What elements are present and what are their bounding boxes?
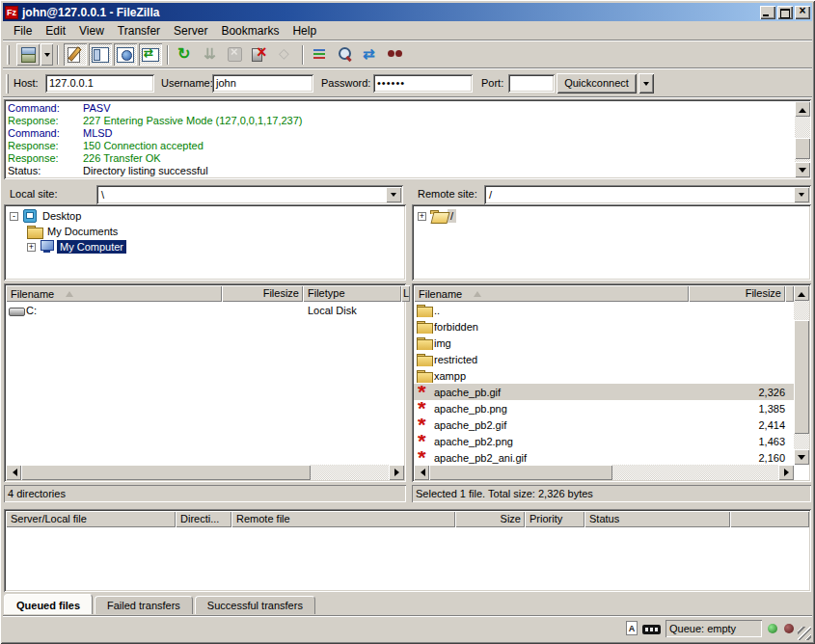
file-name: apache_pb.gif bbox=[434, 387, 501, 398]
synchronized-browsing-button[interactable] bbox=[359, 43, 382, 66]
file-row[interactable]: xampp bbox=[414, 367, 794, 384]
queue-rows[interactable] bbox=[6, 527, 809, 590]
maximize-button[interactable] bbox=[777, 6, 793, 19]
toggle-message-log-button[interactable] bbox=[64, 43, 87, 66]
remote-file-rows[interactable]: .. forbidden img restricted bbox=[414, 302, 794, 465]
scroll-left-button[interactable] bbox=[414, 465, 429, 480]
menu-item[interactable]: File bbox=[7, 23, 39, 39]
tree-item[interactable]: My Documents bbox=[4, 224, 406, 239]
tree-item-label[interactable]: My Documents bbox=[44, 225, 121, 238]
column-header[interactable]: L bbox=[401, 285, 410, 302]
menu-item[interactable]: Bookmarks bbox=[214, 23, 285, 39]
file-row[interactable]: apache_pb2.png 1,463 bbox=[414, 433, 794, 449]
toolbar-gripper[interactable] bbox=[7, 45, 10, 65]
column-header[interactable]: Priority bbox=[525, 511, 584, 527]
queue-tab[interactable]: Queued files bbox=[4, 594, 93, 614]
column-header[interactable]: Filesize bbox=[689, 285, 785, 302]
scroll-right-button[interactable] bbox=[389, 465, 404, 480]
scroll-up-button[interactable] bbox=[794, 285, 809, 301]
site-manager-button[interactable] bbox=[16, 43, 40, 66]
menu-item[interactable]: View bbox=[72, 23, 111, 39]
tree-item[interactable]: + My Computer bbox=[4, 239, 406, 255]
queue-tab[interactable]: Failed transfers bbox=[95, 596, 193, 614]
remote-site-combo[interactable]: / bbox=[484, 185, 811, 204]
menu-item[interactable]: Edit bbox=[39, 23, 72, 39]
scroll-down-button[interactable] bbox=[794, 449, 809, 465]
quickconnect-dropdown[interactable] bbox=[638, 73, 654, 94]
filter-button[interactable] bbox=[309, 43, 332, 66]
menu-item[interactable]: Help bbox=[285, 23, 323, 39]
column-header[interactable]: Filename bbox=[6, 285, 222, 302]
scroll-up-button[interactable] bbox=[795, 101, 810, 117]
toggle-transfer-queue-button[interactable] bbox=[139, 43, 162, 66]
password-input[interactable]: •••••• bbox=[373, 74, 473, 93]
directory-comparison-button[interactable] bbox=[334, 43, 357, 66]
toggle-local-tree-button[interactable] bbox=[89, 43, 112, 66]
file-row[interactable]: apache_pb2.gif 2,414 bbox=[414, 416, 794, 433]
file-row[interactable]: img bbox=[414, 335, 794, 351]
disconnect-button[interactable] bbox=[249, 43, 272, 66]
scroll-thumb[interactable] bbox=[21, 465, 311, 480]
tree-expander[interactable]: + bbox=[27, 243, 36, 252]
file-row[interactable]: apache_pb.png 1,385 bbox=[414, 400, 794, 416]
titlebar[interactable]: Fz john@127.0.0.1 - FileZilla bbox=[3, 3, 812, 21]
column-header[interactable]: Directi... bbox=[176, 511, 231, 527]
toggle-remote-tree-button[interactable] bbox=[114, 43, 137, 66]
column-header[interactable]: Size bbox=[455, 511, 525, 527]
file-row[interactable]: forbidden bbox=[414, 318, 794, 335]
refresh-button[interactable] bbox=[174, 43, 197, 66]
tree-item[interactable]: + / bbox=[412, 208, 811, 224]
scroll-left-button[interactable] bbox=[6, 465, 21, 480]
arrow-up-icon bbox=[799, 104, 806, 113]
tree-expander[interactable]: + bbox=[418, 212, 426, 221]
combo-dropdown-button[interactable] bbox=[386, 187, 401, 202]
quickconnect-button[interactable]: Quickconnect bbox=[557, 73, 637, 94]
local-site-combo[interactable]: \ bbox=[96, 185, 403, 204]
find-files-button[interactable] bbox=[384, 43, 407, 66]
local-horizontal-scrollbar[interactable] bbox=[6, 465, 404, 480]
column-header[interactable]: Filesize bbox=[222, 285, 303, 302]
column-header[interactable]: Filename bbox=[414, 285, 689, 302]
username-input[interactable]: john bbox=[212, 74, 313, 93]
message-log[interactable]: Command:PASV Response:227 Entering Passi… bbox=[4, 99, 811, 179]
column-header[interactable]: Filetype bbox=[303, 285, 401, 302]
scroll-thumb[interactable] bbox=[794, 320, 809, 434]
file-row[interactable]: apache_pb2_ani.gif 2,160 bbox=[414, 449, 794, 465]
scroll-thumb[interactable] bbox=[795, 138, 810, 159]
host-input[interactable]: 127.0.0.1 bbox=[45, 74, 154, 93]
transfer-type-indicator-icon[interactable]: A bbox=[626, 621, 638, 635]
tree-item-label[interactable]: Desktop bbox=[40, 209, 84, 223]
menu-item[interactable]: Transfer bbox=[111, 23, 167, 39]
column-header[interactable]: Status bbox=[584, 511, 730, 527]
queue-tab[interactable]: Successful transfers bbox=[195, 596, 315, 614]
file-row[interactable]: C: Local Disk bbox=[6, 302, 404, 318]
chevron-down-icon bbox=[799, 193, 804, 200]
log-scrollbar[interactable] bbox=[795, 101, 810, 177]
remote-directory-tree[interactable]: + / bbox=[412, 204, 811, 281]
file-row[interactable]: apache_pb.gif 2,326 bbox=[414, 384, 794, 400]
close-button[interactable] bbox=[795, 6, 810, 19]
scroll-thumb[interactable] bbox=[429, 465, 612, 480]
remote-vertical-scrollbar[interactable] bbox=[794, 285, 809, 465]
resize-grip[interactable] bbox=[798, 627, 811, 640]
combo-dropdown-button[interactable] bbox=[794, 187, 809, 202]
tree-item[interactable]: - Desktop bbox=[4, 208, 406, 224]
quickconnect-gripper[interactable] bbox=[6, 74, 9, 94]
site-manager-dropdown[interactable] bbox=[41, 43, 53, 66]
column-header[interactable]: Server/Local file bbox=[6, 511, 176, 527]
menu-item[interactable]: Server bbox=[167, 23, 214, 39]
arrow-up-icon bbox=[798, 288, 805, 297]
local-directory-tree[interactable]: - Desktop My Documents + My Computer bbox=[4, 204, 406, 281]
local-file-rows[interactable]: C: Local Disk bbox=[6, 302, 404, 465]
scroll-down-button[interactable] bbox=[795, 162, 810, 177]
tree-expander[interactable]: - bbox=[10, 212, 18, 221]
file-row[interactable]: .. bbox=[414, 302, 794, 318]
tree-item-label[interactable]: My Computer bbox=[57, 240, 126, 254]
minimize-button[interactable] bbox=[760, 6, 775, 19]
remote-horizontal-scrollbar[interactable] bbox=[414, 465, 794, 480]
port-input[interactable] bbox=[508, 74, 555, 93]
scroll-right-button[interactable] bbox=[778, 465, 794, 480]
speed-limit-indicator-icon[interactable] bbox=[642, 625, 661, 634]
file-row[interactable]: restricted bbox=[414, 351, 794, 367]
column-header[interactable]: Remote file bbox=[231, 511, 455, 527]
